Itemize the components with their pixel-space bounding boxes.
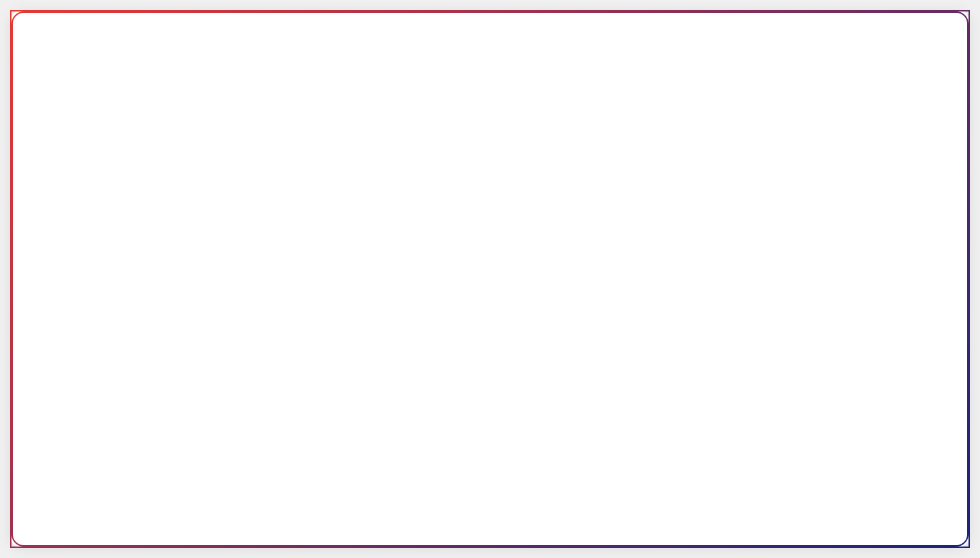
- research-node[interactable]: Research: [533, 424, 623, 453]
- svg-marker-14: [218, 59, 222, 66]
- center-dot: [480, 269, 500, 289]
- svg-marker-11: [177, 519, 182, 526]
- svg-marker-10: [124, 371, 128, 378]
- branding-node[interactable]: Branding: [579, 53, 668, 82]
- svg-marker-13: [201, 54, 205, 61]
- hi-fidelity-node: Hi-fidelity: [68, 190, 134, 212]
- wireframes-node[interactable]: Wireframes: [765, 163, 868, 192]
- performance-node[interactable]: Performance: [168, 314, 280, 343]
- animation-node: Animation: [694, 336, 764, 358]
- svg-marker-9: [916, 175, 921, 182]
- low-fidelity-node: Low-fidelity: [68, 105, 143, 127]
- svg-marker-12: [858, 516, 863, 523]
- design-node[interactable]: Design: [262, 159, 337, 188]
- moodboard-node: Moodboard: [251, 401, 327, 423]
- main-canvas: Design Branding Wireframes Performance R…: [10, 10, 970, 548]
- sketches-node[interactable]: Sketches: [374, 459, 463, 488]
- mockups-node: Mockups: [356, 71, 421, 93]
- svg-marker-8: [818, 62, 823, 69]
